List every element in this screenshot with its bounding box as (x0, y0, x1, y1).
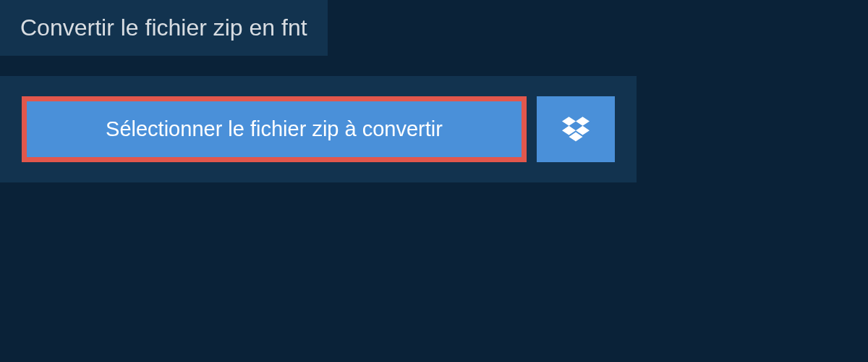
select-file-button[interactable]: Sélectionner le fichier zip à convertir (22, 96, 527, 162)
heading-bar: Convertir le fichier zip en fnt (0, 0, 328, 56)
dropbox-button[interactable] (537, 96, 615, 162)
select-file-button-label: Sélectionner le fichier zip à convertir (106, 117, 443, 141)
page-title: Convertir le fichier zip en fnt (20, 14, 307, 41)
action-panel: Sélectionner le fichier zip à convertir (0, 76, 637, 182)
dropbox-icon (562, 114, 590, 145)
